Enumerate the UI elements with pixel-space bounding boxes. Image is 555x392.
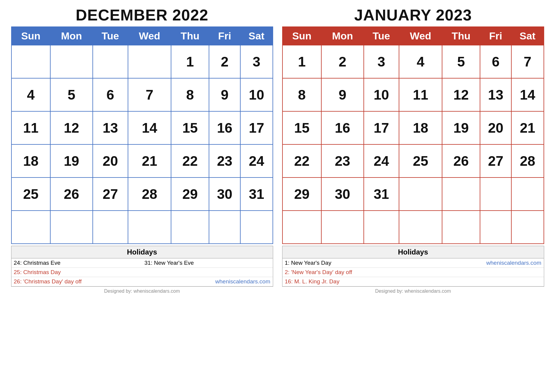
jan-day-1-2: 10	[364, 78, 399, 111]
calendars-wrapper: DECEMBER 2022 Sun Mon Tue Wed Thu Fri Sa…	[9, 6, 546, 294]
december-holidays-body: 24: Christmas Eve 31: New Year's Eve 25:…	[11, 258, 273, 286]
dec-day-1-5: 9	[209, 78, 240, 111]
january-title: JANUARY 2023	[282, 6, 544, 24]
dec-day-4-1: 26	[50, 177, 93, 211]
january-holidays: Holidays 1: New Year's Day wheniscalenda…	[282, 246, 544, 287]
jan-day-3-2: 24	[364, 144, 399, 177]
jan-day-1-5: 13	[480, 78, 511, 111]
dec-day-2-5: 16	[209, 111, 240, 144]
december-holidays: Holidays 24: Christmas Eve 31: New Year'…	[11, 246, 273, 287]
dec-day-3-5: 23	[209, 144, 240, 177]
jan-holiday-5	[413, 277, 544, 286]
dec-day-5-6	[240, 211, 273, 244]
jan-day-4-5	[480, 177, 511, 211]
dec-day-1-4: 8	[171, 78, 209, 111]
dec-week-row-2: 11121314151617	[11, 111, 273, 144]
jan-header-sat: Sat	[511, 27, 544, 45]
dec-week-row-5	[11, 211, 273, 244]
december-header-row: Sun Mon Tue Wed Thu Fri Sat	[11, 27, 273, 45]
dec-day-5-1	[50, 211, 93, 244]
dec-header-sat: Sat	[240, 27, 273, 45]
dec-day-2-1: 12	[50, 111, 93, 144]
jan-day-0-1: 2	[321, 45, 364, 78]
jan-day-0-4: 5	[442, 45, 480, 78]
dec-day-1-2: 6	[93, 78, 128, 111]
dec-header-wed: Wed	[128, 27, 171, 45]
jan-day-2-4: 19	[442, 111, 480, 144]
dec-day-3-0: 18	[11, 144, 51, 177]
jan-day-0-2: 3	[364, 45, 399, 78]
jan-day-2-3: 18	[399, 111, 442, 144]
jan-day-2-2: 17	[364, 111, 399, 144]
jan-header-mon: Mon	[321, 27, 364, 45]
jan-day-5-0	[282, 211, 322, 244]
jan-day-0-3: 4	[399, 45, 442, 78]
jan-day-1-6: 14	[511, 78, 544, 111]
dec-day-3-4: 22	[171, 144, 209, 177]
jan-holiday-4: 16: M. L. King Jr. Day	[282, 277, 413, 286]
jan-day-4-4	[442, 177, 480, 211]
jan-day-0-0: 1	[282, 45, 322, 78]
dec-header-thu: Thu	[171, 27, 209, 45]
dec-day-4-4: 29	[171, 177, 209, 211]
jan-week-row-3: 22232425262728	[282, 144, 544, 177]
jan-header-fri: Fri	[480, 27, 511, 45]
dec-day-1-6: 10	[240, 78, 273, 111]
dec-header-mon: Mon	[50, 27, 93, 45]
december-holidays-header: Holidays	[11, 246, 273, 258]
jan-day-5-2	[364, 211, 399, 244]
dec-holiday-1: 24: Christmas Eve	[11, 258, 142, 268]
dec-header-fri: Fri	[209, 27, 240, 45]
dec-website-ref: wheniscalendars.com	[142, 277, 273, 286]
dec-day-2-6: 17	[240, 111, 273, 144]
january-calendar: JANUARY 2023 Sun Mon Tue Wed Thu Fri Sat…	[282, 6, 544, 294]
january-holidays-header: Holidays	[282, 246, 544, 258]
dec-day-2-2: 13	[93, 111, 128, 144]
jan-header-thu: Thu	[442, 27, 480, 45]
jan-day-4-6	[511, 177, 544, 211]
dec-week-row-3: 18192021222324	[11, 144, 273, 177]
jan-header-sun: Sun	[282, 27, 322, 45]
dec-week-row-0: 123	[11, 45, 273, 78]
dec-day-2-3: 14	[128, 111, 171, 144]
jan-holiday-3	[413, 268, 544, 277]
january-header-row: Sun Mon Tue Wed Thu Fri Sat	[282, 27, 544, 45]
dec-header-sun: Sun	[11, 27, 51, 45]
dec-day-5-4	[171, 211, 209, 244]
jan-day-2-1: 16	[321, 111, 364, 144]
jan-day-2-5: 20	[480, 111, 511, 144]
dec-header-tue: Tue	[93, 27, 128, 45]
dec-holiday-4	[142, 268, 273, 277]
jan-day-4-0: 29	[282, 177, 322, 211]
jan-header-wed: Wed	[399, 27, 442, 45]
jan-day-3-5: 27	[480, 144, 511, 177]
dec-holiday-5: 26: 'Christmas Day' day off	[11, 277, 142, 286]
dec-day-2-0: 11	[11, 111, 51, 144]
jan-week-row-0: 1234567	[282, 45, 544, 78]
jan-day-3-4: 26	[442, 144, 480, 177]
dec-holiday-3: 25: Christmas Day	[11, 268, 142, 277]
dec-day-0-6: 3	[240, 45, 273, 78]
dec-day-4-2: 27	[93, 177, 128, 211]
dec-week-row-1: 45678910	[11, 78, 273, 111]
dec-day-0-0	[11, 45, 51, 78]
january-table: Sun Mon Tue Wed Thu Fri Sat 123456789101…	[282, 26, 544, 244]
dec-day-4-6: 31	[240, 177, 273, 211]
jan-day-1-4: 12	[442, 78, 480, 111]
jan-day-3-0: 22	[282, 144, 322, 177]
december-title: DECEMBER 2022	[11, 6, 273, 24]
jan-day-1-3: 11	[399, 78, 442, 111]
dec-day-0-4: 1	[171, 45, 209, 78]
jan-day-1-1: 9	[321, 78, 364, 111]
dec-day-3-2: 20	[93, 144, 128, 177]
dec-week-row-4: 25262728293031	[11, 177, 273, 211]
dec-day-4-5: 30	[209, 177, 240, 211]
dec-day-4-3: 28	[128, 177, 171, 211]
dec-day-1-1: 5	[50, 78, 93, 111]
jan-day-2-6: 21	[511, 111, 544, 144]
dec-day-1-3: 7	[128, 78, 171, 111]
jan-week-row-2: 15161718192021	[282, 111, 544, 144]
jan-day-0-6: 7	[511, 45, 544, 78]
dec-day-2-4: 15	[171, 111, 209, 144]
december-table: Sun Mon Tue Wed Thu Fri Sat 123456789101…	[11, 26, 273, 244]
